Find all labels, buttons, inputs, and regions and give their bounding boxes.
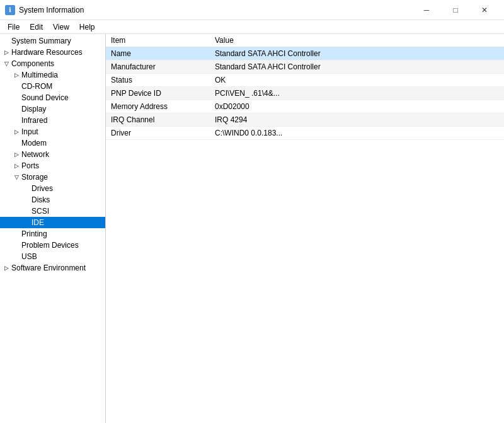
tree-label-network: Network	[21, 150, 105, 159]
table-row: StatusOK	[106, 74, 504, 87]
menu-bar: File Edit View Help	[0, 20, 504, 34]
cell-item: IRQ Channel	[106, 113, 210, 127]
cell-value: Standard SATA AHCI Controller	[210, 61, 504, 74]
tree-label-cd-rom: CD-ROM	[21, 82, 105, 91]
tree-item-problem-devices[interactable]: Problem Devices	[0, 240, 105, 251]
col-value: Value	[210, 34, 504, 47]
cell-item: Manufacturer	[106, 61, 210, 74]
tree-item-scsi[interactable]: SCSI	[0, 206, 105, 217]
main-container: System Summary▷Hardware Resources▽Compon…	[0, 34, 504, 423]
tree-label-ide: IDE	[32, 218, 105, 227]
tree-label-display: Display	[21, 105, 105, 113]
cell-value: PCI\VEN_ .61\4&...	[210, 87, 504, 100]
cell-item: Memory Address	[106, 100, 210, 113]
tree-label-sound-device: Sound Device	[21, 93, 105, 102]
tree-label-ports: Ports	[21, 161, 105, 170]
tree-toggle-network: ▷	[11, 149, 21, 159]
tree-label-problem-devices: Problem Devices	[21, 241, 105, 250]
tree-label-infrared: Infrared	[21, 116, 105, 125]
tree-toggle-storage: ▽	[11, 172, 21, 182]
maximize-button[interactable]: □	[441, 0, 470, 20]
table-row: NameStandard SATA AHCI Controller	[106, 47, 504, 61]
tree-item-hardware-resources[interactable]: ▷Hardware Resources	[0, 47, 105, 58]
table-row: PNP Device IDPCI\VEN_ .61\4&...	[106, 87, 504, 100]
tree-label-usb: USB	[21, 252, 105, 261]
tree-toggle-scsi	[21, 206, 32, 216]
tree-item-system-summary[interactable]: System Summary	[0, 35, 105, 47]
data-table: Item Value NameStandard SATA AHCI Contro…	[106, 34, 504, 140]
tree-label-system-summary: System Summary	[11, 37, 105, 45]
table-row: ManufacturerStandard SATA AHCI Controlle…	[106, 61, 504, 74]
tree-toggle-usb	[11, 252, 21, 262]
tree-item-usb[interactable]: USB	[0, 251, 105, 262]
tree-toggle-drives	[21, 183, 32, 194]
tree-label-software-environment: Software Environment	[11, 264, 105, 272]
menu-file[interactable]: File	[3, 21, 25, 33]
tree-item-software-environment[interactable]: ▷Software Environment	[0, 262, 105, 274]
tree-item-cd-rom[interactable]: CD-ROM	[0, 81, 105, 92]
cell-item: Status	[106, 74, 210, 87]
tree-label-disks: Disks	[32, 195, 105, 204]
tree-item-multimedia[interactable]: ▷Multimedia	[0, 69, 105, 81]
tree-item-disks[interactable]: Disks	[0, 194, 105, 206]
menu-help[interactable]: Help	[74, 21, 100, 33]
cell-value: IRQ 4294	[210, 113, 504, 127]
tree-toggle-hardware-resources: ▷	[1, 47, 11, 57]
tree-toggle-system-summary	[1, 36, 11, 46]
tree-item-input[interactable]: ▷Input	[0, 126, 105, 137]
minimize-button[interactable]: ─	[412, 0, 441, 20]
cell-value: C:\WIND0 0.0.183...	[210, 127, 504, 140]
cell-item: Driver	[106, 127, 210, 140]
tree-label-scsi: SCSI	[32, 207, 105, 216]
tree-item-display[interactable]: Display	[0, 103, 105, 115]
tree-toggle-display	[11, 104, 21, 114]
tree-label-modem: Modem	[21, 139, 105, 148]
tree-label-input: Input	[21, 127, 105, 136]
cell-value: OK	[210, 74, 504, 87]
cell-item: PNP Device ID	[106, 87, 210, 100]
tree-item-infrared[interactable]: Infrared	[0, 115, 105, 126]
tree-item-network[interactable]: ▷Network	[0, 149, 105, 160]
close-button[interactable]: ✕	[470, 0, 499, 20]
tree-item-modem[interactable]: Modem	[0, 137, 105, 149]
tree-item-drives[interactable]: Drives	[0, 183, 105, 194]
cell-value: 0xD02000	[210, 100, 504, 113]
tree-label-printing: Printing	[21, 229, 105, 238]
cell-item: Name	[106, 47, 210, 61]
menu-view[interactable]: View	[48, 21, 74, 33]
tree-toggle-problem-devices	[11, 240, 21, 250]
app-icon: ℹ	[5, 5, 15, 15]
tree-label-multimedia: Multimedia	[21, 71, 105, 79]
tree-item-ports[interactable]: ▷Ports	[0, 160, 105, 171]
tree-item-ide[interactable]: IDE	[0, 217, 105, 228]
tree-item-components[interactable]: ▽Components	[0, 58, 105, 69]
tree-item-printing[interactable]: Printing	[0, 228, 105, 240]
tree-toggle-cd-rom	[11, 81, 21, 91]
tree-toggle-multimedia: ▷	[11, 70, 21, 80]
window-title: System Information	[19, 6, 84, 14]
tree-toggle-ports: ▷	[11, 161, 21, 171]
tree-item-storage[interactable]: ▽Storage	[0, 171, 105, 183]
tree-item-sound-device[interactable]: Sound Device	[0, 92, 105, 103]
tree-label-hardware-resources: Hardware Resources	[11, 48, 105, 57]
tree-label-drives: Drives	[32, 184, 105, 193]
title-bar-left: ℹ System Information	[5, 5, 84, 15]
window-controls: ─ □ ✕	[412, 0, 499, 20]
menu-edit[interactable]: Edit	[25, 21, 48, 33]
tree-toggle-components: ▽	[1, 59, 11, 69]
tree-panel[interactable]: System Summary▷Hardware Resources▽Compon…	[0, 34, 106, 423]
tree-label-components: Components	[11, 59, 105, 68]
tree-toggle-disks	[21, 195, 32, 205]
cell-value: Standard SATA AHCI Controller	[210, 47, 504, 61]
title-bar: ℹ System Information ─ □ ✕	[0, 0, 504, 20]
tree-toggle-software-environment: ▷	[1, 263, 11, 273]
table-row: IRQ ChannelIRQ 4294	[106, 113, 504, 127]
tree-toggle-infrared	[11, 115, 21, 125]
tree-toggle-ide	[21, 217, 32, 228]
tree-toggle-sound-device	[11, 93, 21, 103]
table-row: Memory Address0xD02000	[106, 100, 504, 113]
tree-label-storage: Storage	[21, 173, 105, 182]
tree-toggle-input: ▷	[11, 127, 21, 137]
col-item: Item	[106, 34, 210, 47]
data-panel: Item Value NameStandard SATA AHCI Contro…	[106, 34, 504, 423]
